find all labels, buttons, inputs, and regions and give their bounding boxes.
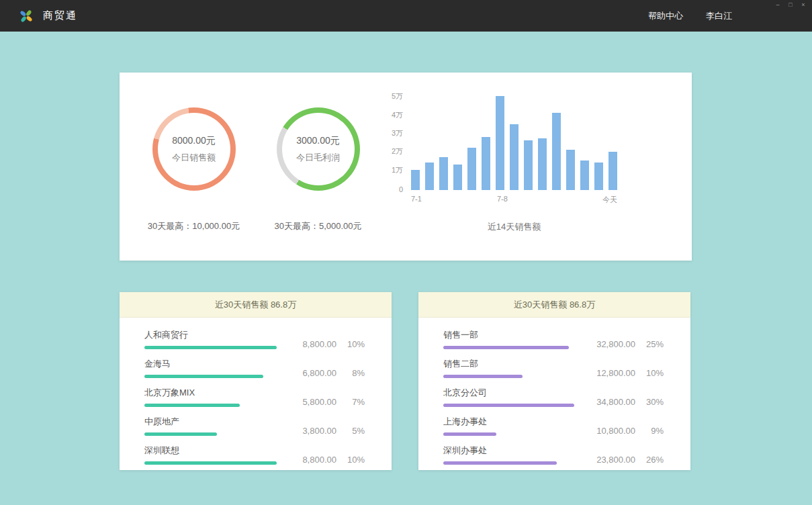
- list-item: 上海办事处 10,800.00 9%: [443, 416, 664, 436]
- list-item: 销售一部 32,800.00 25%: [443, 329, 664, 349]
- user-menu[interactable]: 李白江: [706, 10, 732, 22]
- y-tick: 2万: [392, 146, 403, 156]
- list-item-bar-fill: [443, 404, 574, 407]
- today-profit-value: 3000.00元: [296, 135, 340, 147]
- bar-chart-caption: 近14天销售额: [411, 221, 617, 233]
- y-tick: 1万: [392, 165, 403, 175]
- help-center-link[interactable]: 帮助中心: [648, 10, 683, 22]
- bar: [439, 157, 448, 190]
- list-item-amount: 8,800.00: [302, 339, 336, 349]
- list-item-bar-track: [144, 375, 277, 378]
- list-item-percent: 10%: [345, 339, 365, 349]
- list-item: 北京万象MIX 5,800.00 7%: [144, 387, 365, 407]
- list-item-label: 销售二部: [443, 358, 578, 370]
- bar: [453, 165, 462, 190]
- app-title: 商贸通: [43, 9, 77, 22]
- y-tick: 0: [399, 185, 403, 193]
- bar-chart-plot-area: 5万4万3万2万1万0 7-1 7-8 今天 近14天销售额: [387, 93, 692, 233]
- today-sales-donut-block: 8000.00元 今日销售额 30天最高：10,000.00元: [132, 73, 256, 261]
- window-controls: – □ ×: [774, 1, 807, 9]
- app-logo-icon: [19, 9, 34, 24]
- list-item-bar-fill: [144, 346, 277, 349]
- brand: 商贸通: [19, 0, 77, 32]
- list-item-percent: 10%: [345, 455, 365, 465]
- list-item-left: 销售一部: [443, 329, 578, 349]
- maximize-button[interactable]: □: [787, 1, 794, 9]
- list-item-left: 深圳联想: [144, 445, 279, 465]
- list-item-amount: 12,800.00: [596, 368, 635, 378]
- list-item-values: 32,800.00 25%: [578, 339, 664, 349]
- list-item: 金海马 6,800.00 8%: [144, 358, 365, 378]
- list-item-bar-track: [144, 346, 277, 349]
- today-profit-donut-block: 3000.00元 今日毛利润 30天最高：5,000.00元: [256, 73, 380, 261]
- list-item: 深圳联想 8,800.00 10%: [144, 445, 365, 465]
- list-item-label: 北京万象MIX: [144, 387, 279, 399]
- list-item-bar-track: [144, 404, 277, 407]
- list-item-left: 人和商贸行: [144, 329, 279, 349]
- list-item-label: 深圳联想: [144, 445, 279, 457]
- y-tick: 4万: [392, 110, 403, 120]
- bar: [594, 163, 603, 190]
- bar-chart-bars: [411, 93, 617, 190]
- today-sales-value: 8000.00元: [172, 135, 216, 147]
- list-item-bar-track: [443, 375, 576, 378]
- list-item-amount: 10,800.00: [596, 426, 635, 436]
- bar-chart-y-axis: 5万4万3万2万1万0: [387, 93, 411, 190]
- list-item-values: 3,800.00 5%: [279, 426, 365, 436]
- list-item-bar-fill: [443, 432, 496, 436]
- list-item-bar-track: [443, 432, 576, 436]
- minimize-button[interactable]: –: [774, 1, 781, 9]
- list-item-bar-fill: [144, 404, 240, 407]
- bar: [538, 138, 547, 190]
- department-sales-card: 近30天销售额 86.8万 销售一部 32,800.00 25% 销售二部 12…: [418, 292, 690, 470]
- list-item: 销售二部 12,800.00 10%: [443, 358, 664, 378]
- list-item-values: 34,800.00 30%: [578, 397, 664, 407]
- list-item-left: 上海办事处: [443, 416, 578, 436]
- list-item-bar-track: [144, 432, 277, 436]
- list-item-amount: 32,800.00: [596, 339, 635, 349]
- today-profit-30day-max: 30天最高：5,000.00元: [256, 220, 380, 232]
- today-sales-label: 今日销售额: [172, 152, 216, 164]
- list-item-bar-fill: [144, 461, 277, 465]
- list-item-values: 5,800.00 7%: [279, 397, 365, 407]
- list-item-percent: 7%: [345, 397, 365, 407]
- list-item-amount: 8,800.00: [302, 455, 336, 465]
- list-item-left: 金海马: [144, 358, 279, 378]
- list-item-bar-track: [443, 404, 576, 407]
- list-item-bar-track: [443, 461, 576, 465]
- bar: [566, 150, 575, 190]
- list-item-label: 销售一部: [443, 329, 578, 341]
- bar: [467, 148, 476, 190]
- list-item-values: 8,800.00 10%: [279, 339, 365, 349]
- bar: [510, 124, 518, 190]
- list-item: 人和商贸行 8,800.00 10%: [144, 329, 365, 349]
- bar: [482, 137, 490, 190]
- y-tick: 3万: [392, 128, 403, 138]
- list-item-amount: 5,800.00: [302, 397, 336, 407]
- list-item-label: 深圳办事处: [443, 445, 578, 457]
- list-item-left: 北京分公司: [443, 387, 578, 407]
- list-item-percent: 26%: [643, 455, 664, 465]
- list-item-values: 10,800.00 9%: [578, 426, 664, 436]
- bar: [425, 163, 434, 190]
- list-item-left: 销售二部: [443, 358, 578, 378]
- close-button[interactable]: ×: [800, 1, 807, 9]
- list-item-label: 上海办事处: [443, 416, 578, 428]
- today-sales-donut-chart: 8000.00元 今日销售额: [152, 107, 236, 191]
- today-sales-donut-center: 8000.00元 今日销售额: [158, 113, 230, 185]
- bar: [411, 170, 420, 190]
- list-item-amount: 23,800.00: [596, 455, 635, 465]
- list-item-values: 23,800.00 26%: [578, 455, 664, 465]
- list-item-label: 中原地产: [144, 416, 279, 428]
- list-item-percent: 5%: [345, 426, 365, 436]
- x-tick-mid: 7-8: [497, 195, 508, 203]
- list-item-label: 人和商贸行: [144, 329, 279, 341]
- list-item-values: 12,800.00 10%: [578, 368, 664, 378]
- list-item: 北京分公司 34,800.00 30%: [443, 387, 664, 407]
- titlebar: – □ × 商贸通 帮助中心 李白江: [0, 0, 812, 32]
- list-item-amount: 34,800.00: [596, 397, 635, 407]
- list-item-label: 金海马: [144, 358, 279, 370]
- bar-chart-x-axis: 7-1 7-8 今天: [411, 195, 617, 205]
- list-item-bar-fill: [144, 375, 263, 378]
- list-item-values: 8,800.00 10%: [279, 455, 365, 465]
